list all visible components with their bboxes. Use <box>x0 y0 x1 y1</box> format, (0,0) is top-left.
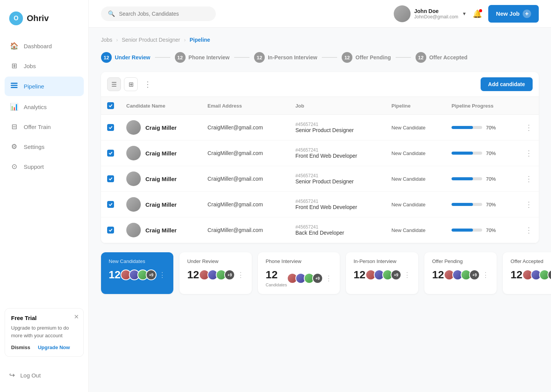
sidebar-item-settings[interactable]: ⚙ Settings <box>5 137 84 156</box>
row-progress-2: 70% <box>445 166 519 192</box>
bottom-cards: New Candidates 12 +9 ⋮ Under Review 12 <box>101 252 539 294</box>
card-more-btn[interactable]: ⋮ <box>159 271 166 279</box>
card-count-phone-interview: 12 <box>266 269 287 281</box>
sidebar-item-offertrain[interactable]: ⊟ Offer Train <box>5 118 84 136</box>
row-candidate-1: Craig Miller <box>120 140 201 166</box>
header-right: John Doe JohnDoe@gmail.com ▼ 🔔 New Job + <box>394 5 539 23</box>
main-content: 🔍 John Doe JohnDoe@gmail.com ▼ 🔔 New Job… <box>89 0 551 392</box>
sidebar-item-dashboard[interactable]: 🏠 Dashboard <box>5 37 84 55</box>
chevron-down-icon[interactable]: ▼ <box>462 11 466 16</box>
add-candidate-label: Add candidate <box>488 81 525 87</box>
search-bar[interactable]: 🔍 <box>101 7 216 21</box>
table-row: Craig Miller CraigMiller@gmail.com #4565… <box>101 115 539 140</box>
row-checkbox-2[interactable] <box>101 166 120 192</box>
sidebar-item-support[interactable]: ⊙ Support <box>5 157 84 176</box>
row-job-1: #45657241 Front End Web Developer <box>289 140 385 166</box>
job-title-3: Front End Web Developer <box>295 204 379 210</box>
col-email: Email Address <box>201 97 289 115</box>
sidebar-item-analytics[interactable]: 📊 Analytics <box>5 98 84 116</box>
upgrade-button[interactable]: Upgrade Now <box>38 345 70 350</box>
card-content-offer-accepted: 12 +9 ⋮ <box>510 269 551 281</box>
jobs-icon: ⊞ <box>10 62 18 70</box>
breadcrumb-current: Pipeline <box>189 37 210 43</box>
card-more-btn-pi[interactable]: ⋮ <box>325 274 332 283</box>
stage-label-phone-interview: Phone Interview <box>189 54 230 60</box>
candidate-name-4: Craig Miller <box>145 227 177 234</box>
avatar <box>394 5 411 22</box>
row-checkbox-1[interactable] <box>101 140 120 166</box>
grid-view-button[interactable]: ⊞ <box>124 77 138 91</box>
close-icon[interactable]: ✕ <box>74 313 79 320</box>
card-title-offer-pending: Offer Pending <box>432 258 489 264</box>
svg-rect-1 <box>11 85 18 86</box>
more-options-button[interactable]: ⋮ <box>141 77 155 91</box>
row-progress-3: 70% <box>445 192 519 217</box>
card-avatars-new: +9 ⋮ <box>121 270 166 280</box>
row-candidate-3: Craig Miller <box>120 192 201 217</box>
view-toggles: ☰ ⊞ ⋮ <box>107 77 155 91</box>
card-count-offer-pending: 12 <box>432 269 444 281</box>
row-progress-1: 70% <box>445 140 519 166</box>
row-pipeline-2: New Candidate <box>385 166 445 192</box>
stage-offer-accepted[interactable]: 12 Offer Accepted <box>416 52 468 63</box>
stage-under-review[interactable]: 12 Under Review <box>101 52 150 63</box>
row-more-2[interactable]: ⋮ <box>519 166 539 192</box>
sidebar-logo: O Ohriv <box>0 8 88 37</box>
row-more-4[interactable]: ⋮ <box>519 217 539 243</box>
row-more-3[interactable]: ⋮ <box>519 192 539 217</box>
row-email-1: CraigMiller@gmail.com <box>201 140 289 166</box>
candidate-name-2: Craig Miller <box>145 176 177 182</box>
table-header: Candidate Name Email Address Job Pipelin… <box>101 97 539 115</box>
select-all-checkbox[interactable] <box>107 102 114 109</box>
avatar-ur-more: +9 <box>224 270 235 280</box>
user-email: JohnDoe@gmail.com <box>414 14 458 20</box>
col-job: Job <box>289 97 385 115</box>
card-more-btn-op[interactable]: ⋮ <box>482 271 489 279</box>
job-title-2: Senior Product Designer <box>295 178 379 185</box>
row-checkbox-4[interactable] <box>101 217 120 243</box>
search-input[interactable] <box>119 11 203 17</box>
stage-label-inperson-interview: In-Person Interview <box>268 54 317 60</box>
candidate-avatar-1 <box>126 146 141 160</box>
card-more-btn-ur[interactable]: ⋮ <box>237 271 244 279</box>
card-sublabel-phone-interview: Candidates <box>266 283 287 287</box>
card-count-inperson: 12 <box>354 269 365 281</box>
job-id-1: #45657241 <box>295 147 379 153</box>
row-more-1[interactable]: ⋮ <box>519 140 539 166</box>
new-job-button[interactable]: New Job + <box>488 5 539 23</box>
table-toolbar: ☰ ⊞ ⋮ Add candidate <box>101 72 539 97</box>
row-checkbox-3[interactable] <box>101 192 120 217</box>
sidebar-item-pipeline[interactable]: Pipeline <box>5 77 84 96</box>
stage-badge-phone-interview: 12 <box>175 52 186 63</box>
dismiss-button[interactable]: Dismiss <box>11 345 30 350</box>
col-pipeline-progress: Pipeline Progress <box>445 97 519 115</box>
sidebar-logout[interactable]: ↪ Log Out <box>0 366 88 384</box>
plus-icon: + <box>523 10 531 18</box>
candidate-name-0: Craig Miller <box>145 124 177 131</box>
row-job-2: #45657241 Senior Product Designer <box>289 166 385 192</box>
card-count-new-candidates: 12 <box>109 269 121 281</box>
col-checkbox <box>101 97 120 115</box>
offertrain-icon: ⊟ <box>10 122 18 131</box>
notification-bell[interactable]: 🔔 <box>473 9 482 18</box>
add-candidate-button[interactable]: Add candidate <box>481 77 533 91</box>
card-more-btn-ip[interactable]: ⋮ <box>404 271 411 279</box>
stage-offer-pending[interactable]: 12 Offer Pending <box>342 52 391 63</box>
card-title-offer-accepted: Offer Accepted <box>510 258 551 264</box>
bottom-card-offer-accepted: Offer Accepted 12 +9 ⋮ <box>503 252 551 294</box>
breadcrumb-jobs[interactable]: Jobs <box>101 37 112 43</box>
stage-inperson-interview[interactable]: 12 In-Person Interview <box>254 52 317 63</box>
list-view-button[interactable]: ☰ <box>107 77 121 91</box>
row-checkbox-0[interactable] <box>101 115 120 140</box>
job-title-0: Senior Product Designer <box>295 127 379 133</box>
card-count-under-review: 12 <box>187 269 199 281</box>
sidebar-item-jobs[interactable]: ⊞ Jobs <box>5 57 84 75</box>
breadcrumb-job-name[interactable]: Senior Product Designer <box>122 37 180 43</box>
stage-phone-interview[interactable]: 12 Phone Interview <box>175 52 230 63</box>
svg-rect-2 <box>11 87 18 88</box>
table-container: ☰ ⊞ ⋮ Add candidate <box>101 72 539 243</box>
sidebar-support-label: Support <box>24 163 44 170</box>
user-text: John Doe JohnDoe@gmail.com <box>414 8 458 20</box>
row-more-0[interactable]: ⋮ <box>519 115 539 140</box>
row-candidate-2: Craig Miller <box>120 166 201 192</box>
